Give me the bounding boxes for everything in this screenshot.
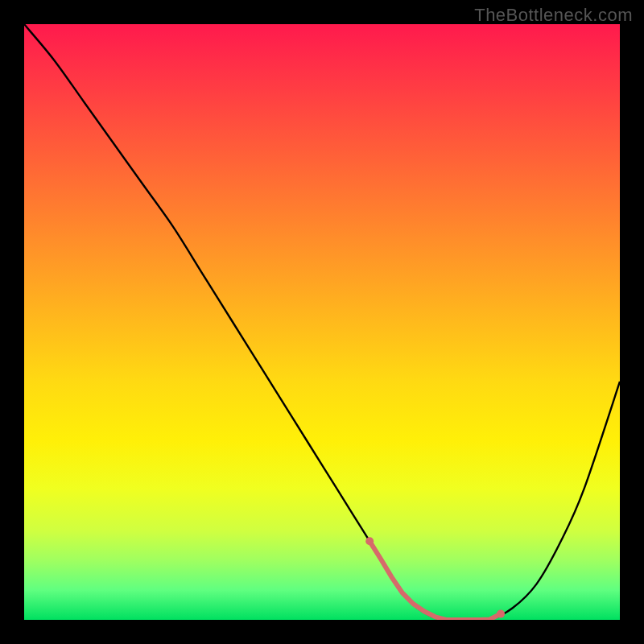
- optimal-range-end-marker: [497, 610, 505, 618]
- optimal-range-start-marker: [365, 537, 374, 545]
- plot-area: [24, 24, 620, 620]
- curve-path: [24, 24, 620, 620]
- chart-frame: TheBottleneck.com: [0, 0, 644, 644]
- optimal-range-line: [369, 541, 501, 620]
- watermark-text: TheBottleneck.com: [474, 5, 633, 26]
- bottleneck-curve: [24, 24, 620, 620]
